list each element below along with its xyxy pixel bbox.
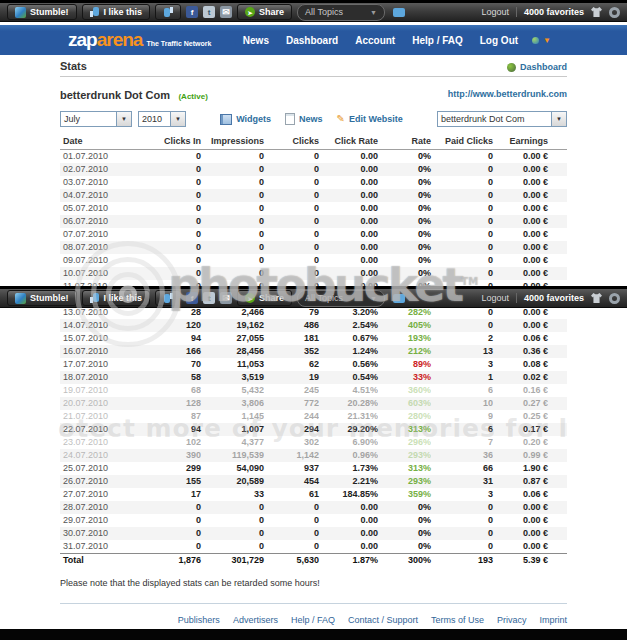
table-row: 31.07.20100000.000%00.00 € — [60, 540, 567, 554]
column-header: Earnings — [497, 134, 567, 150]
news-link[interactable]: News — [285, 113, 323, 125]
gear-icon[interactable] — [609, 293, 620, 304]
like-button-label: I like this — [104, 293, 143, 303]
table-row: 04.07.20100000.000%00.00 € — [60, 189, 567, 202]
site-url-link[interactable]: http://www.betterdrunk.com — [448, 89, 567, 99]
table-row: 22.07.2010941,00729429.20%313%60.17 € — [60, 423, 567, 436]
website-select-value: betterdrunk Dot Com — [441, 114, 525, 124]
favorites-count[interactable]: 4000 favorites — [524, 293, 584, 303]
page-title: Stats — [60, 60, 87, 72]
language-dropdown-arrow-icon: ▼ — [543, 36, 551, 45]
month-select-value: July — [64, 114, 80, 124]
website-select[interactable]: betterdrunk Dot Com ▼ — [437, 111, 567, 127]
email-icon[interactable]: ✉ — [220, 6, 232, 18]
facebook-icon[interactable]: f — [186, 6, 198, 18]
nav-account[interactable]: Account — [355, 35, 395, 46]
footer-link[interactable]: Privacy — [497, 615, 527, 625]
toolbar-logout-link[interactable]: Logout — [481, 7, 509, 17]
dashboard-link[interactable]: Dashboard — [507, 62, 567, 72]
stumble-button[interactable]: Stumble! — [7, 290, 77, 306]
widgets-link[interactable]: Widgets — [220, 114, 271, 125]
main-nav: NewsDashboardAccountHelp / FAQLog Out — [243, 35, 518, 46]
footer-link[interactable]: Imprint — [539, 615, 567, 625]
month-select-arrow-icon: ▼ — [116, 112, 131, 126]
topics-dropdown[interactable]: All Topics ▼ — [297, 290, 385, 307]
widgets-link-label: Widgets — [236, 114, 271, 124]
toolbar-left-group: Stumble! I like this f t ✉ ➤ Share All T… — [7, 4, 405, 21]
nav-news[interactable]: News — [243, 35, 269, 46]
like-button[interactable]: I like this — [82, 4, 151, 20]
topics-dropdown[interactable]: All Topics ▼ — [297, 4, 385, 21]
logo-arena-text: arena — [97, 29, 143, 51]
table-row: 21.07.2010871,14524421.31%280%90.25 € — [60, 410, 567, 423]
table-row: 10.07.20100000.000%00.00 € — [60, 267, 567, 280]
thumb-up-icon — [90, 7, 100, 17]
site-title-row: betterdrunk Dot Com (Active) http://www.… — [60, 77, 567, 105]
table-row: 16.07.201016628,4563521.24%212%130.36 € — [60, 345, 567, 358]
table-row: 25.07.201029954,0909371.73%313%661.90 € — [60, 462, 567, 475]
site-status-badge: (Active) — [178, 92, 207, 101]
nav-log-out[interactable]: Log Out — [480, 35, 518, 46]
toolbar-left-group: Stumble! I like this f t ✉ ➤ Share All T… — [7, 290, 405, 307]
shirt-icon[interactable] — [591, 293, 602, 303]
shirt-icon[interactable] — [591, 7, 602, 17]
site-name: betterdrunk Dot Com — [60, 89, 170, 101]
chat-bubble-icon[interactable] — [393, 294, 405, 303]
toolbar-separator — [516, 7, 517, 17]
stumble-button-label: Stumble! — [30, 293, 69, 303]
nav-help-faq[interactable]: Help / FAQ — [412, 35, 463, 46]
footer-link[interactable]: Contact / Support — [348, 615, 418, 625]
toolbar-logout-link[interactable]: Logout — [481, 293, 509, 303]
facebook-icon[interactable]: f — [186, 292, 198, 304]
column-header: Impressions — [205, 134, 268, 150]
language-globe-icon — [532, 37, 539, 44]
month-select[interactable]: July ▼ — [60, 111, 132, 127]
footer-divider — [60, 603, 567, 604]
column-header: Date — [60, 134, 150, 150]
edit-website-link[interactable]: ✎ Edit Website — [337, 114, 403, 124]
footer-link[interactable]: Publishers — [178, 615, 220, 625]
nav-dashboard[interactable]: Dashboard — [286, 35, 338, 46]
chat-bubble-icon[interactable] — [393, 8, 405, 17]
table-row: 15.07.20109427,0551810.67%193%20.06 € — [60, 332, 567, 345]
twitter-icon[interactable]: t — [203, 6, 215, 18]
share-icon: ➤ — [245, 293, 255, 303]
share-button[interactable]: ➤ Share — [237, 4, 292, 20]
screen: Stumble! I like this f t ✉ ➤ Share All T… — [0, 0, 627, 640]
year-select[interactable]: 2010 ▼ — [138, 111, 186, 127]
chevron-down-icon: ▼ — [370, 295, 377, 302]
email-icon[interactable]: ✉ — [220, 292, 232, 304]
language-selector[interactable]: ▼ — [532, 36, 551, 45]
zaparena-logo[interactable]: zaparena The Traffic Network — [68, 29, 211, 51]
favorites-count[interactable]: 4000 favorites — [524, 7, 584, 17]
toolbar-right-group: Logout 4000 favorites — [481, 293, 620, 304]
chevron-down-icon: ▼ — [370, 9, 377, 16]
stumbleupon-icon — [15, 293, 26, 304]
table-row: 26.07.201015520,5894542.21%293%310.87 € — [60, 475, 567, 488]
table-row: 02.07.20100000.000%00.00 € — [60, 163, 567, 176]
table-row: 14.07.201012019,1624862.54%405%00.00 € — [60, 319, 567, 332]
footer-links: PublishersAdvertisersHelp / FAQContact /… — [60, 615, 567, 625]
edit-website-link-label: Edit Website — [349, 114, 403, 124]
share-button[interactable]: ➤ Share — [237, 290, 292, 306]
dashboard-link-label: Dashboard — [520, 62, 567, 72]
dislike-button[interactable] — [155, 4, 181, 20]
column-header: Clicks — [268, 134, 323, 150]
footer-link[interactable]: Terms of Use — [431, 615, 484, 625]
like-button[interactable]: I like this — [82, 290, 151, 306]
twitter-icon[interactable]: t — [203, 292, 215, 304]
table-row: 24.07.2010390119,5391,1420.96%293%360.99… — [60, 449, 567, 462]
table-row: 18.07.2010583,519190.54%33%10.02 € — [60, 371, 567, 384]
year-select-value: 2010 — [142, 114, 162, 124]
dislike-button[interactable] — [155, 290, 181, 306]
stumble-button[interactable]: Stumble! — [7, 4, 77, 20]
stumbleupon-toolbar: Stumble! I like this f t ✉ ➤ Share All T… — [0, 0, 627, 22]
gear-icon[interactable] — [609, 7, 620, 18]
stats-header-row: Stats Dashboard — [60, 55, 567, 77]
thumb-up-icon — [90, 293, 100, 303]
footer-link[interactable]: Help / FAQ — [291, 615, 335, 625]
site-title: betterdrunk Dot Com (Active) — [60, 85, 208, 103]
footer-link[interactable]: Advertisers — [233, 615, 278, 625]
toolbar-separator — [516, 293, 517, 303]
site-header: zaparena The Traffic Network NewsDashboa… — [0, 25, 627, 55]
